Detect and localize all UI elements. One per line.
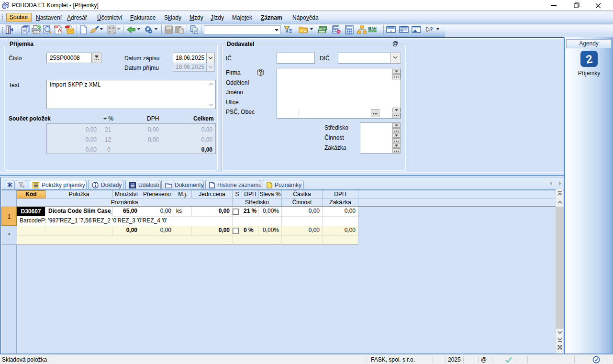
svg-text:%: %: [337, 30, 340, 33]
svg-text:$1: $1: [322, 27, 324, 29]
svg-text:2: 2: [585, 52, 593, 66]
svg-text:?: ?: [430, 26, 433, 32]
svg-text:PDF: PDF: [55, 26, 59, 29]
